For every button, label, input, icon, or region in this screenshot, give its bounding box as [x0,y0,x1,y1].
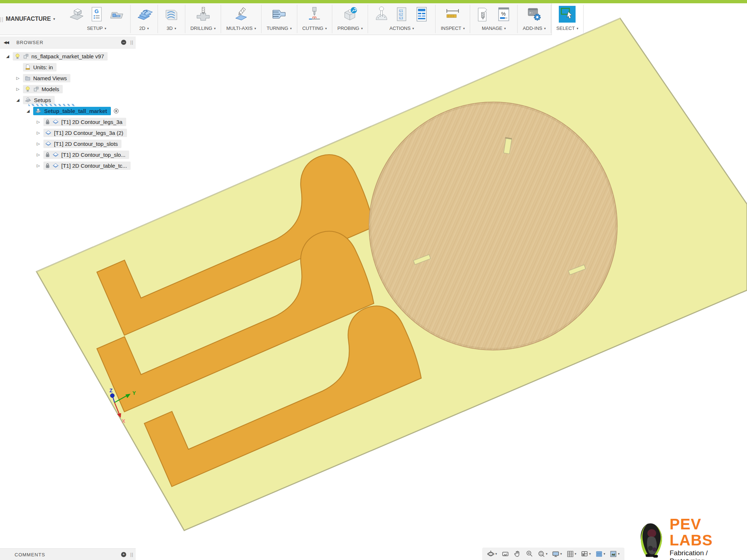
toolbar-group-label-text: ACTIONS [390,26,411,31]
open-folder-icon[interactable] [108,6,125,23]
tree-item[interactable]: Setups [23,96,55,104]
chevron-down-icon[interactable]: ▾ [604,552,605,556]
chevron-down-icon[interactable]: ▾ [495,552,497,556]
drilling-icon[interactable] [195,6,212,23]
simulate-icon[interactable] [373,6,390,23]
expand-arrow-icon[interactable]: ▷ [15,87,20,92]
toolpath-icon [53,119,59,125]
toolbar-group-icons [136,6,152,25]
task-manager-icon[interactable]: % [495,6,512,23]
toolbar-group-label[interactable]: SELECT▾ [556,26,578,31]
toolbar-group-label[interactable]: TURNING▾ [267,26,292,31]
toolbar-group-inspect: INSPECT▾ [436,3,470,35]
3d-toolpath-icon[interactable] [163,6,180,23]
collapse-arrow-icon[interactable]: ◢ [15,98,20,102]
collapse-arrow-icon[interactable]: ◢ [26,109,31,113]
grid-and-snaps-button[interactable]: ▾ [565,549,578,559]
expand-arrow-icon[interactable]: ▷ [36,141,41,146]
cutting-icon[interactable] [306,6,323,23]
display-settings-button[interactable]: ▾ [551,549,563,559]
lock-icon [45,119,50,125]
tree-item[interactable]: [T1] 2D Contour_table_tc... [43,162,131,170]
expand-arrow-icon[interactable]: ▷ [36,120,41,124]
bulb-icon[interactable] [15,53,20,59]
toolbar-group-label[interactable]: PROBING▾ [337,26,363,31]
zoom-window-button[interactable]: ▾ [537,549,549,559]
toolbar-group-label[interactable]: INSPECT▾ [441,26,465,31]
tree-row[interactable]: ▷[T1] 2D Contour_top_slots [0,138,136,149]
toolbar-group-label[interactable]: ACTIONS▾ [390,26,414,31]
collapse-arrow-icon[interactable]: ◢ [5,54,10,59]
visual-style-button[interactable]: ▾ [594,549,607,559]
tree-item[interactable]: [T1] 2D Contour_top_slots [43,140,121,148]
toolbar-group-label[interactable]: 2D▾ [139,26,149,31]
tree-item[interactable]: [T1] 2D Contour_top_slo... [43,151,129,159]
measure-icon[interactable] [444,6,461,23]
expand-arrow-icon[interactable]: ▷ [36,152,41,157]
tree-row[interactable]: ▷[T1] 2D Contour_top_slo... [0,149,136,160]
chevron-down-icon[interactable]: ▾ [575,552,577,556]
tree-row[interactable]: ▷[T1] 2D Contour_legs_3a (2) [0,127,136,138]
2d-toolpath-icon[interactable] [136,6,152,23]
toolbar-group-label[interactable]: DRILLING▾ [190,26,216,31]
collapse-panel-icon[interactable]: ◀◀ [4,40,8,45]
tree-row[interactable]: ◢Setup_table_tall_market [0,105,136,116]
browser-header[interactable]: ◀◀ BROWSER – || [0,36,136,48]
toolbar-group-label[interactable]: MANAGE▾ [482,26,506,31]
orbit-button[interactable]: ▾ [486,549,498,559]
tree-row[interactable]: ▷[T1] 2D Contour_legs_3a [0,116,136,127]
tree-item[interactable]: Units: in [23,63,57,71]
tree-row[interactable]: Units: in [0,62,136,73]
post-process-icon[interactable]: G1G2G3 [393,6,410,23]
tree-item[interactable]: Named Views [23,74,70,82]
expand-arrow-icon[interactable]: ▷ [15,76,20,81]
probing-icon[interactable] [342,6,359,23]
tree-item[interactable]: [T1] 2D Contour_legs_3a [43,118,126,126]
toolbar-group-label[interactable]: MULTI-AXIS▾ [226,26,256,31]
toolbar-group-label[interactable]: SETUP▾ [87,26,106,31]
scripts-addins-icon[interactable]: >- [526,6,543,23]
select-icon[interactable] [559,6,576,23]
chevron-down-icon[interactable]: ▾ [589,552,591,556]
tree-row[interactable]: ▷Models [0,83,136,94]
chevron-down-icon: ▾ [254,27,256,30]
toolbar-group-label[interactable]: CUTTING▾ [302,26,327,31]
workspace-switcher[interactable]: MANUFACTURE ▾ [4,3,63,35]
toolbar-group-label[interactable]: 3D▾ [167,26,176,31]
tool-library-icon[interactable] [475,6,492,23]
expand-arrow-icon[interactable]: ▷ [36,163,41,168]
tree-row[interactable]: ▷[T1] 2D Contour_table_tc... [0,160,136,171]
zoom-button[interactable] [525,549,534,559]
bulb-icon[interactable] [25,86,31,92]
tree-item[interactable]: Models [23,85,63,93]
tree-item[interactable]: [T1] 2D Contour_legs_3a (2) [43,129,127,137]
comments-panel[interactable]: COMMENTS + || [0,548,136,560]
toolbar-group-label[interactable]: ADD-INS▾ [523,26,546,31]
viewports-button[interactable]: ▾ [580,549,592,559]
gcode-document-icon[interactable]: G [88,6,105,23]
add-comment-icon[interactable]: + [121,552,126,557]
new-setup-icon[interactable] [68,6,85,23]
tree-row[interactable]: ◢ns_flatpack_market_table v97 [0,51,136,62]
panel-resize-handle[interactable]: || [130,552,133,557]
setup-sheet-icon[interactable] [413,6,430,23]
environment-button[interactable]: ▾ [608,549,621,559]
chevron-down-icon[interactable]: ▾ [618,552,620,556]
chevron-down-icon[interactable]: ▾ [560,552,562,556]
tree-item[interactable]: ns_flatpack_market_table v97 [13,52,108,61]
multi-axis-icon[interactable] [233,6,249,23]
tree-row[interactable]: ◢Setups [0,94,136,105]
expand-arrow-icon[interactable]: ▷ [36,131,41,135]
panel-resize-handle[interactable]: || [130,39,133,45]
chevron-down-icon[interactable]: ▾ [546,552,548,556]
chevron-down-icon: ▾ [361,27,363,30]
tree-row[interactable]: ▷Named Views [0,73,136,83]
toolbar-drag-handle[interactable]: || [0,3,4,35]
pan-button[interactable] [512,549,522,559]
turning-icon[interactable] [271,6,287,23]
panel-options-icon[interactable]: – [121,40,126,45]
toolbar-group-turning: TURNING▾ [262,3,297,35]
look-at-button[interactable] [500,549,510,559]
tabletop-circle[interactable] [369,102,617,350]
tree-item-selected[interactable]: Setup_table_tall_market [33,107,111,115]
